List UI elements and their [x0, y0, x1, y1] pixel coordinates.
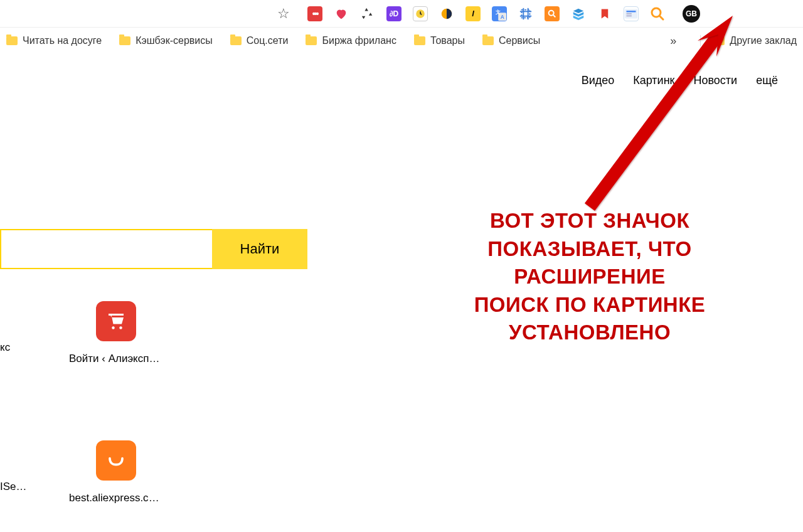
- profile-avatar[interactable]: GB: [683, 5, 700, 23]
- folder-icon: [119, 36, 130, 45]
- svg-rect-15: [627, 13, 632, 14]
- extension-icon-1[interactable]: •••: [307, 6, 322, 21]
- address-bar-area: ☆: [0, 3, 301, 25]
- quick-tiles: кс Войти ‹ Алиэкспр... ISense best.aliex…: [0, 301, 213, 532]
- annotation-line: ПОИСК ПО КАРТИНКЕ: [408, 291, 772, 319]
- svg-text:文: 文: [495, 9, 501, 15]
- bookmark-label: Биржа фриланс: [322, 35, 396, 46]
- bookmark-folder-cashback[interactable]: Кэшбэк-сервисы: [119, 35, 213, 46]
- annotation-line: ВОТ ЭТОТ ЗНАЧОК: [408, 207, 772, 235]
- tile-aliexpress-login[interactable]: Войти ‹ Алиэкспр...: [69, 301, 163, 365]
- nav-images[interactable]: Картинк: [633, 74, 674, 87]
- bookmark-label: Соц.сети: [247, 35, 289, 46]
- browser-toolbar: ☆ ••• ∂D l 文A: [0, 0, 803, 28]
- bookmarks-bar: Читать на досуге Кэшбэк-сервисы Соц.сети…: [0, 28, 803, 54]
- bookmark-folder-social[interactable]: Соц.сети: [230, 35, 289, 46]
- svg-text:A: A: [501, 14, 504, 20]
- tile-label: Войти ‹ Алиэкспр...: [69, 353, 163, 365]
- smile-icon: [96, 440, 136, 481]
- tile-label: кс: [0, 341, 31, 354]
- folder-icon: [230, 36, 242, 45]
- annotation-text: ВОТ ЭТОТ ЗНАЧОК ПОКАЗЫВАЕТ, ЧТО РАСШИРЕН…: [408, 207, 772, 347]
- svg-line-18: [660, 16, 663, 19]
- extension-icon-l[interactable]: l: [465, 6, 481, 21]
- stack-icon[interactable]: [571, 6, 586, 21]
- svg-line-12: [553, 15, 555, 17]
- annotation-line: РАСШИРЕНИЕ: [408, 263, 772, 291]
- bookmark-label: Сервисы: [499, 35, 540, 46]
- annotation-line: УСТАНОВЛЕНО: [408, 319, 772, 347]
- annotation-line: ПОКАЗЫВАЕТ, ЧТО: [408, 235, 772, 263]
- svg-point-11: [549, 10, 554, 15]
- svg-rect-16: [627, 15, 632, 16]
- bookmark-label: Читать на досуге: [23, 35, 102, 46]
- search-bar: Найти: [0, 229, 307, 269]
- folder-icon: [6, 36, 18, 45]
- extension-icon-search-orange[interactable]: [545, 6, 560, 21]
- svg-rect-21: [109, 314, 124, 316]
- cart-icon: [96, 301, 136, 341]
- other-bookmarks-label: Другие заклад: [730, 35, 797, 46]
- tile-label: best.aliexpress.com: [69, 492, 163, 504]
- svg-point-19: [112, 326, 115, 329]
- nav-news[interactable]: Новости: [693, 74, 737, 87]
- heart-icon[interactable]: [334, 6, 349, 21]
- extension-icon-clock[interactable]: [413, 6, 428, 21]
- tile-label: ISense: [0, 481, 31, 493]
- tile-yandex-partial[interactable]: кс: [0, 301, 31, 354]
- bookmark-label: Товары: [430, 35, 465, 46]
- search-input[interactable]: [0, 229, 212, 269]
- bookmark-star-icon[interactable]: ☆: [277, 6, 290, 22]
- extension-icon-form[interactable]: [624, 6, 639, 21]
- svg-point-17: [652, 8, 661, 17]
- search-image-extension-icon[interactable]: [650, 6, 665, 21]
- bookmark-folder-services[interactable]: Сервисы: [482, 35, 540, 46]
- folder-icon: [306, 36, 317, 45]
- svg-point-20: [119, 326, 122, 329]
- nav-video[interactable]: Видео: [582, 74, 615, 87]
- svg-rect-14: [627, 11, 636, 13]
- search-button[interactable]: Найти: [212, 229, 307, 269]
- bookmark-folder-reading[interactable]: Читать на досуге: [6, 35, 102, 46]
- crop-icon[interactable]: [518, 6, 533, 21]
- other-bookmarks-button[interactable]: Другие заклад: [700, 35, 797, 46]
- folder-icon: [482, 36, 494, 45]
- extensions-tray: ••• ∂D l 文A: [301, 6, 665, 21]
- bookmark-folder-goods[interactable]: Товары: [414, 35, 465, 46]
- extension-icon-circle[interactable]: [439, 6, 454, 21]
- bookmark-folder-freelance[interactable]: Биржа фриланс: [306, 35, 396, 46]
- bookmark-solid-icon[interactable]: [597, 6, 612, 21]
- bookmarks-overflow-button[interactable]: »: [664, 35, 683, 48]
- tile-best-aliexpress[interactable]: best.aliexpress.com: [69, 440, 163, 504]
- nav-more[interactable]: ещё: [756, 74, 778, 87]
- site-nav: Видео Картинк Новости ещё: [0, 54, 803, 87]
- folder-icon: [713, 36, 725, 45]
- extension-icon-ad[interactable]: ∂D: [386, 6, 402, 21]
- google-translate-icon[interactable]: 文A: [492, 6, 507, 21]
- recycle-icon[interactable]: [360, 6, 375, 21]
- bookmark-label: Кэшбэк-сервисы: [136, 35, 213, 46]
- folder-icon: [414, 36, 425, 45]
- tile-isense-partial[interactable]: ISense: [0, 440, 31, 493]
